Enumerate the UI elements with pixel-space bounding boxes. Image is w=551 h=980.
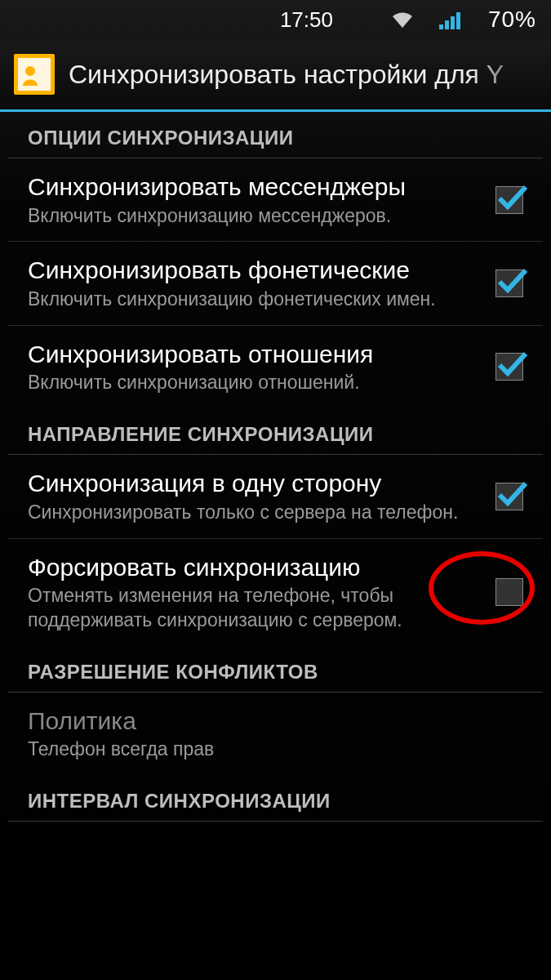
item-title: Политика (28, 706, 523, 737)
item-policy[interactable]: Политика Телефон всегда прав (8, 693, 543, 775)
item-subtitle: Отменять изменения на телефоне, чтобы по… (28, 584, 474, 633)
status-battery: 70% (488, 7, 536, 33)
item-one-way-sync[interactable]: Синхронизация в одну сторону Синхронизир… (8, 455, 543, 538)
checkbox-phonetic[interactable] (495, 270, 523, 297)
item-subtitle: Включить синхронизацию отношений. (28, 371, 474, 395)
action-bar: Синхронизировать настройки для Y (0, 39, 551, 109)
svg-rect-0 (439, 24, 443, 29)
svg-rect-2 (451, 16, 455, 29)
checkbox-force-sync[interactable] (495, 578, 523, 606)
item-sync-relations[interactable]: Синхронизировать отношения Включить синх… (8, 326, 543, 408)
item-title: Синхронизировать мессенджеры (28, 172, 474, 203)
section-sync-direction: НАПРАВЛЕНИЕ СИНХРОНИЗАЦИИ (8, 408, 543, 455)
item-title: Синхронизировать фонетические (28, 255, 474, 286)
item-sync-messengers[interactable]: Синхронизировать мессенджеры Включить си… (8, 158, 543, 242)
checkbox-one-way[interactable] (495, 483, 523, 510)
svg-rect-3 (456, 12, 460, 29)
item-subtitle: Синхронизировать только с сервера на тел… (28, 501, 474, 525)
page-title: Синхронизировать настройки для Y (69, 60, 540, 90)
item-subtitle: Телефон всегда прав (28, 737, 523, 762)
settings-list[interactable]: ОПЦИИ СИНХРОНИЗАЦИИ Синхронизировать мес… (0, 112, 551, 822)
item-subtitle: Включить синхронизацию мессенджеров. (28, 204, 474, 229)
status-bar: 17:50 70% (0, 0, 551, 39)
item-force-sync[interactable]: Форсировать синхронизацию Отменять измен… (8, 539, 543, 646)
item-sync-phonetic[interactable]: Синхронизировать фонетические Включить с… (8, 242, 543, 325)
contacts-app-icon (11, 51, 57, 97)
status-time: 17:50 (280, 7, 333, 33)
item-title: Форсировать синхронизацию (28, 552, 474, 583)
section-sync-options: ОПЦИИ СИНХРОНИЗАЦИИ (8, 112, 543, 158)
checkbox-relations[interactable] (495, 353, 523, 381)
section-sync-interval: ИНТЕРВАЛ СИНХРОНИЗАЦИИ (8, 775, 543, 822)
checkbox-messengers[interactable] (495, 186, 523, 214)
signal-icon (439, 10, 464, 29)
item-title: Синхронизировать отношения (28, 339, 474, 370)
svg-point-6 (25, 66, 35, 76)
section-conflict-resolution: РАЗРЕШЕНИЕ КОНФЛИКТОВ (8, 646, 543, 693)
item-subtitle: Включить синхронизацию фонетических имен… (28, 287, 474, 312)
svg-rect-1 (445, 20, 449, 29)
wifi-icon (390, 10, 415, 29)
item-title: Синхронизация в одну сторону (28, 468, 474, 499)
